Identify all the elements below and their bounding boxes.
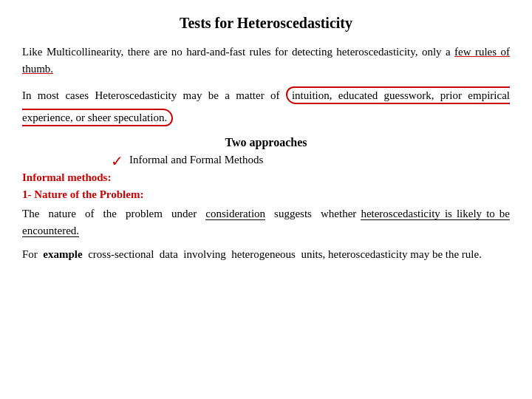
checkmark-icon: ✓ <box>111 154 123 168</box>
paragraph-4: For example cross-sectional data involvi… <box>22 246 510 263</box>
page-title: Tests for Heteroscedasticity <box>22 15 510 32</box>
center-subheading: Informal and Formal Methods <box>129 154 263 166</box>
p4-for: For example cross-sectional data involvi… <box>22 248 482 260</box>
paragraph-3: The nature of the problem under consider… <box>22 205 510 239</box>
paragraph-2: In most cases Heteroscedasticity may be … <box>22 84 510 129</box>
p1-text-before: Like Multicollinearity, there are no har… <box>22 46 454 58</box>
p2-text-before: In most cases Heteroscedasticity may be … <box>22 89 286 101</box>
checkmark-row: ✓ Informal and Formal Methods <box>22 154 510 168</box>
nature-of-problem-label: 1- Nature of the Problem: <box>22 188 510 201</box>
two-approaches-heading: Two approaches <box>22 136 510 149</box>
p3-text: The nature of the problem under consider… <box>22 208 510 237</box>
paragraph-1: Like Multicollinearity, there are no har… <box>22 44 510 77</box>
informal-methods-label: Informal methods: <box>22 171 510 184</box>
p4-example: example <box>43 248 82 260</box>
